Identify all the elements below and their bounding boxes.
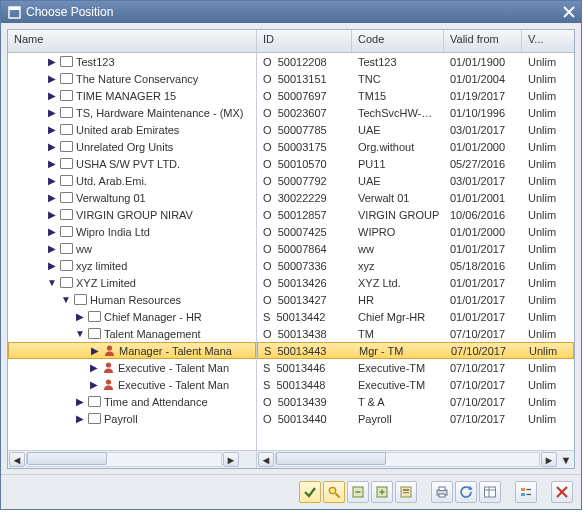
tree-row-details[interactable]: O 50013426XYZ Ltd.01/01/2017Unlim — [257, 274, 574, 291]
scroll-down-icon[interactable]: ▼ — [558, 451, 574, 468]
tree-row-details[interactable]: S 50013446Executive-TM07/10/2017Unlim — [257, 359, 574, 376]
scroll-thumb[interactable] — [27, 452, 107, 465]
expand-toggle-icon[interactable]: ▶ — [46, 90, 58, 102]
tree-row-details[interactable]: O 50012857VIRGIN GROUP10/06/2016Unlim — [257, 206, 574, 223]
scroll-right-icon[interactable]: ► — [223, 452, 239, 467]
expand-toggle-icon[interactable]: ▼ — [46, 277, 58, 289]
expand-toggle-icon[interactable]: ▶ — [46, 192, 58, 204]
column-header-valid-from[interactable]: Valid from — [444, 30, 522, 52]
expand-toggle-icon[interactable]: ▶ — [46, 107, 58, 119]
tree-row-details[interactable]: O 50013440Payroll07/10/2017Unlim — [257, 410, 574, 427]
scroll-left-icon[interactable]: ◄ — [258, 452, 274, 467]
expand-toggle-icon[interactable]: ▶ — [46, 158, 58, 170]
collapse-button[interactable] — [347, 481, 369, 503]
tree-row-details[interactable]: O 50013427HR01/01/2017Unlim — [257, 291, 574, 308]
left-h-scrollbar[interactable]: ◄ ► — [8, 450, 256, 468]
tree-row[interactable]: ▼Human Resources — [8, 291, 256, 308]
tree-row[interactable]: ▶Wipro India Ltd — [8, 223, 256, 240]
tree-row[interactable]: ▶Utd. Arab.Emi. — [8, 172, 256, 189]
expand-toggle-icon[interactable]: ▶ — [46, 175, 58, 187]
ok-button[interactable] — [299, 481, 321, 503]
expand-toggle-icon[interactable]: ▼ — [74, 328, 86, 340]
scroll-thumb[interactable] — [276, 452, 386, 465]
variant-button[interactable] — [395, 481, 417, 503]
tree-row[interactable]: ▶Unrelated Org Units — [8, 138, 256, 155]
tree-row[interactable]: ▶TS, Hardware Maintenance - (MX) — [8, 104, 256, 121]
tree-row-details[interactable]: O 50010570PU1105/27/2016Unlim — [257, 155, 574, 172]
tree-row[interactable]: ▶VIRGIN GROUP NIRAV — [8, 206, 256, 223]
tree-row[interactable]: ▶Executive - Talent Man — [8, 359, 256, 376]
expand-toggle-icon[interactable]: ▶ — [46, 141, 58, 153]
tree-row-details[interactable]: S 50013448Executive-TM07/10/2017Unlim — [257, 376, 574, 393]
tree-row[interactable]: ▼Talent Management — [8, 325, 256, 342]
expand-toggle-icon[interactable]: ▶ — [88, 379, 100, 391]
tree-row[interactable]: ▶Test123 — [8, 53, 256, 70]
expand-toggle-icon[interactable]: ▶ — [74, 396, 86, 408]
tree-row[interactable]: ▶Payroll — [8, 410, 256, 427]
tree-row[interactable]: ▶USHA S/W PVT LTD. — [8, 155, 256, 172]
tree-row-details[interactable]: O 50013151TNC01/01/2004Unlim — [257, 70, 574, 87]
expand-toggle-icon[interactable]: ▶ — [46, 56, 58, 68]
tree-row[interactable]: ▶xyz limited — [8, 257, 256, 274]
cancel-button[interactable] — [551, 481, 573, 503]
tree-row[interactable]: ▶ww — [8, 240, 256, 257]
scroll-right-icon[interactable]: ► — [541, 452, 557, 467]
row-valid-to: Unlim — [522, 175, 574, 187]
tree-row-details[interactable]: S 50013443Mgr - TM07/10/2017Unlim — [257, 342, 574, 359]
tree-row-details[interactable]: O 50012208Test12301/01/1900Unlim — [257, 53, 574, 70]
column-header-name[interactable]: Name — [8, 30, 256, 52]
tree-row[interactable]: ▶Time and Attendance — [8, 393, 256, 410]
expand-toggle-icon[interactable]: ▶ — [88, 362, 100, 374]
layout-button[interactable] — [479, 481, 501, 503]
tree-row-details[interactable]: O 50007785UAE03/01/2017Unlim — [257, 121, 574, 138]
tree-row-details[interactable]: O 50013439T & A07/10/2017Unlim — [257, 393, 574, 410]
row-name: xyz limited — [76, 260, 127, 272]
close-button[interactable] — [561, 4, 577, 20]
title-bar[interactable]: Choose Position — [1, 1, 581, 23]
scroll-track[interactable] — [26, 452, 222, 467]
expand-toggle-icon[interactable]: ▶ — [74, 413, 86, 425]
tree-row-details[interactable]: O 50007697TM1501/19/2017Unlim — [257, 87, 574, 104]
tree-row-details[interactable]: O 50013438TM07/10/2017Unlim — [257, 325, 574, 342]
column-header-id[interactable]: ID — [257, 30, 352, 52]
print-button[interactable] — [431, 481, 453, 503]
expand-button[interactable] — [371, 481, 393, 503]
tree-row[interactable]: ▶Manager - Talent Mana — [8, 342, 256, 359]
row-name: Executive - Talent Man — [118, 379, 229, 391]
scroll-left-icon[interactable]: ◄ — [9, 452, 25, 467]
tree-row[interactable]: ▶Chief Manager - HR — [8, 308, 256, 325]
scroll-down-icon[interactable] — [240, 451, 256, 468]
find-button[interactable] — [323, 481, 345, 503]
tree-row-details[interactable]: O 50023607TechSvcHW-…01/10/1996Unlim — [257, 104, 574, 121]
column-header-code[interactable]: Code — [352, 30, 444, 52]
tree-row-details[interactable]: O 50003175Org.without01/01/2000Unlim — [257, 138, 574, 155]
expand-toggle-icon[interactable]: ▼ — [60, 294, 72, 306]
tree-row[interactable]: ▶United arab Emirates — [8, 121, 256, 138]
legend-button[interactable] — [515, 481, 537, 503]
tree-row[interactable]: ▶TIME MANAGER 15 — [8, 87, 256, 104]
tree-row-details[interactable]: O 50007792UAE03/01/2017Unlim — [257, 172, 574, 189]
expand-toggle-icon[interactable]: ▶ — [74, 311, 86, 323]
tree-row-details[interactable]: O 50007425WIPRO01/01/2000Unlim — [257, 223, 574, 240]
expand-toggle-icon[interactable]: ▶ — [46, 209, 58, 221]
tree-row[interactable]: ▶Verwaltung 01 — [8, 189, 256, 206]
expand-toggle-icon[interactable]: ▶ — [46, 260, 58, 272]
tree-row-details[interactable]: O 50007336xyz05/18/2016Unlim — [257, 257, 574, 274]
column-header-valid-to[interactable]: V... — [522, 30, 574, 52]
tree-row-details[interactable]: O 50007864ww01/01/2017Unlim — [257, 240, 574, 257]
scroll-track[interactable] — [275, 452, 540, 467]
tree-row[interactable]: ▼XYZ Limited — [8, 274, 256, 291]
expand-toggle-icon[interactable]: ▶ — [89, 345, 101, 357]
window-icon — [7, 5, 21, 19]
expand-toggle-icon[interactable]: ▶ — [46, 226, 58, 238]
expand-toggle-icon[interactable]: ▶ — [46, 73, 58, 85]
row-valid-from: 07/10/2017 — [445, 345, 523, 357]
refresh-button[interactable] — [455, 481, 477, 503]
tree-row-details[interactable]: O 30022229Verwalt 0101/01/2001Unlim — [257, 189, 574, 206]
tree-row[interactable]: ▶Executive - Talent Man — [8, 376, 256, 393]
expand-toggle-icon[interactable]: ▶ — [46, 124, 58, 136]
tree-row-details[interactable]: S 50013442Chief Mgr-HR01/01/2017Unlim — [257, 308, 574, 325]
expand-toggle-icon[interactable]: ▶ — [46, 243, 58, 255]
right-h-scrollbar[interactable]: ◄ ► ▼ — [257, 450, 574, 468]
tree-row[interactable]: ▶The Nature Conservancy — [8, 70, 256, 87]
